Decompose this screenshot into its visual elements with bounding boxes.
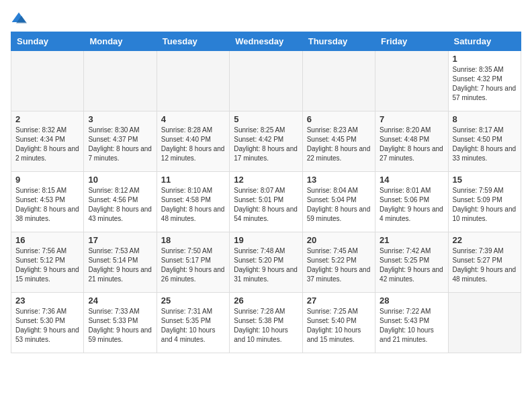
calendar-cell: 11Sunrise: 8:10 AM Sunset: 4:58 PM Dayli… xyxy=(157,172,229,232)
header xyxy=(11,11,521,25)
calendar-cell: 1Sunrise: 8:35 AM Sunset: 4:32 PM Daylig… xyxy=(448,51,521,111)
calendar-cell: 2Sunrise: 8:32 AM Sunset: 4:34 PM Daylig… xyxy=(11,111,84,172)
day-number: 25 xyxy=(161,295,225,306)
weekday-header-row: SundayMondayTuesdayWednesdayThursdayFrid… xyxy=(11,32,521,51)
calendar-week-4: 23Sunrise: 7:36 AM Sunset: 5:30 PM Dayli… xyxy=(11,293,521,353)
day-info: Sunrise: 7:53 AM Sunset: 5:14 PM Dayligh… xyxy=(88,246,152,284)
day-info: Sunrise: 8:25 AM Sunset: 4:42 PM Dayligh… xyxy=(234,126,298,163)
day-info: Sunrise: 7:50 AM Sunset: 5:17 PM Dayligh… xyxy=(161,246,225,284)
day-info: Sunrise: 7:56 AM Sunset: 5:12 PM Dayligh… xyxy=(15,246,79,284)
day-number: 6 xyxy=(307,114,371,124)
day-info: Sunrise: 7:39 AM Sunset: 5:27 PM Dayligh… xyxy=(453,246,517,284)
calendar-cell xyxy=(375,51,448,111)
day-info: Sunrise: 8:12 AM Sunset: 4:56 PM Dayligh… xyxy=(88,186,152,224)
day-info: Sunrise: 7:33 AM Sunset: 5:33 PM Dayligh… xyxy=(88,307,152,345)
calendar-cell: 9Sunrise: 8:15 AM Sunset: 4:53 PM Daylig… xyxy=(11,172,84,232)
calendar-cell: 28Sunrise: 7:22 AM Sunset: 5:43 PM Dayli… xyxy=(375,293,448,353)
day-info: Sunrise: 8:01 AM Sunset: 5:06 PM Dayligh… xyxy=(380,186,443,224)
day-info: Sunrise: 7:28 AM Sunset: 5:38 PM Dayligh… xyxy=(234,307,298,345)
weekday-header-sunday: Sunday xyxy=(11,32,84,51)
calendar-cell: 3Sunrise: 8:30 AM Sunset: 4:37 PM Daylig… xyxy=(84,111,157,172)
day-info: Sunrise: 8:04 AM Sunset: 5:04 PM Dayligh… xyxy=(307,186,371,224)
calendar-cell: 7Sunrise: 8:20 AM Sunset: 4:48 PM Daylig… xyxy=(375,111,448,172)
day-number: 7 xyxy=(380,114,443,124)
day-number: 10 xyxy=(88,175,152,185)
calendar-week-3: 16Sunrise: 7:56 AM Sunset: 5:12 PM Dayli… xyxy=(11,232,521,293)
calendar-cell: 20Sunrise: 7:45 AM Sunset: 5:22 PM Dayli… xyxy=(302,232,375,293)
calendar-week-1: 2Sunrise: 8:32 AM Sunset: 4:34 PM Daylig… xyxy=(11,111,521,172)
weekday-header-thursday: Thursday xyxy=(302,32,375,51)
day-info: Sunrise: 7:36 AM Sunset: 5:30 PM Dayligh… xyxy=(15,307,79,345)
calendar-cell: 22Sunrise: 7:39 AM Sunset: 5:27 PM Dayli… xyxy=(448,232,521,293)
day-info: Sunrise: 7:42 AM Sunset: 5:25 PM Dayligh… xyxy=(380,246,443,284)
logo xyxy=(11,11,30,25)
day-number: 15 xyxy=(453,175,517,185)
calendar-cell xyxy=(157,51,229,111)
day-number: 11 xyxy=(161,175,225,185)
calendar-cell: 25Sunrise: 7:31 AM Sunset: 5:35 PM Dayli… xyxy=(157,293,229,353)
weekday-header-monday: Monday xyxy=(84,32,157,51)
calendar-cell: 18Sunrise: 7:50 AM Sunset: 5:17 PM Dayli… xyxy=(157,232,229,293)
calendar-cell: 8Sunrise: 8:17 AM Sunset: 4:50 PM Daylig… xyxy=(448,111,521,172)
day-info: Sunrise: 8:32 AM Sunset: 4:34 PM Dayligh… xyxy=(15,126,79,163)
calendar-cell: 12Sunrise: 8:07 AM Sunset: 5:01 PM Dayli… xyxy=(230,172,302,232)
day-info: Sunrise: 8:35 AM Sunset: 4:32 PM Dayligh… xyxy=(453,65,517,103)
day-info: Sunrise: 7:22 AM Sunset: 5:43 PM Dayligh… xyxy=(380,307,443,345)
calendar-cell: 27Sunrise: 7:25 AM Sunset: 5:40 PM Dayli… xyxy=(302,293,375,353)
day-number: 9 xyxy=(15,175,79,185)
day-info: Sunrise: 7:48 AM Sunset: 5:20 PM Dayligh… xyxy=(234,246,298,284)
day-number: 27 xyxy=(307,295,371,306)
calendar-cell: 24Sunrise: 7:33 AM Sunset: 5:33 PM Dayli… xyxy=(84,293,157,353)
day-info: Sunrise: 7:25 AM Sunset: 5:40 PM Dayligh… xyxy=(307,307,371,345)
day-number: 20 xyxy=(307,235,371,245)
weekday-header-friday: Friday xyxy=(375,32,448,51)
day-info: Sunrise: 8:07 AM Sunset: 5:01 PM Dayligh… xyxy=(234,186,298,224)
day-info: Sunrise: 7:59 AM Sunset: 5:09 PM Dayligh… xyxy=(453,186,517,224)
day-number: 19 xyxy=(234,235,298,245)
calendar-cell: 4Sunrise: 8:28 AM Sunset: 4:40 PM Daylig… xyxy=(157,111,229,172)
day-number: 18 xyxy=(161,235,225,245)
day-number: 28 xyxy=(380,295,443,306)
day-info: Sunrise: 8:15 AM Sunset: 4:53 PM Dayligh… xyxy=(15,186,79,224)
day-info: Sunrise: 7:45 AM Sunset: 5:22 PM Dayligh… xyxy=(307,246,371,284)
day-number: 12 xyxy=(234,175,298,185)
day-number: 22 xyxy=(453,235,517,245)
logo-icon xyxy=(11,11,27,25)
calendar-week-0: 1Sunrise: 8:35 AM Sunset: 4:32 PM Daylig… xyxy=(11,51,521,111)
calendar-cell: 5Sunrise: 8:25 AM Sunset: 4:42 PM Daylig… xyxy=(230,111,302,172)
weekday-header-saturday: Saturday xyxy=(448,32,521,51)
calendar-cell: 14Sunrise: 8:01 AM Sunset: 5:06 PM Dayli… xyxy=(375,172,448,232)
day-info: Sunrise: 8:28 AM Sunset: 4:40 PM Dayligh… xyxy=(161,126,225,163)
day-number: 21 xyxy=(380,235,443,245)
day-info: Sunrise: 8:10 AM Sunset: 4:58 PM Dayligh… xyxy=(161,186,225,224)
calendar-cell: 17Sunrise: 7:53 AM Sunset: 5:14 PM Dayli… xyxy=(84,232,157,293)
day-info: Sunrise: 7:31 AM Sunset: 5:35 PM Dayligh… xyxy=(161,307,225,345)
calendar-cell xyxy=(84,51,157,111)
calendar-cell: 15Sunrise: 7:59 AM Sunset: 5:09 PM Dayli… xyxy=(448,172,521,232)
day-number: 1 xyxy=(453,54,517,64)
day-number: 17 xyxy=(88,235,152,245)
day-number: 14 xyxy=(380,175,443,185)
day-info: Sunrise: 8:17 AM Sunset: 4:50 PM Dayligh… xyxy=(453,126,517,163)
day-info: Sunrise: 8:23 AM Sunset: 4:45 PM Dayligh… xyxy=(307,126,371,163)
day-number: 23 xyxy=(15,295,79,306)
calendar-cell: 13Sunrise: 8:04 AM Sunset: 5:04 PM Dayli… xyxy=(302,172,375,232)
day-number: 8 xyxy=(453,114,517,124)
calendar-cell: 21Sunrise: 7:42 AM Sunset: 5:25 PM Dayli… xyxy=(375,232,448,293)
calendar-cell xyxy=(11,51,84,111)
calendar-week-2: 9Sunrise: 8:15 AM Sunset: 4:53 PM Daylig… xyxy=(11,172,521,232)
calendar-cell: 19Sunrise: 7:48 AM Sunset: 5:20 PM Dayli… xyxy=(230,232,302,293)
calendar-cell xyxy=(230,51,302,111)
calendar-cell: 10Sunrise: 8:12 AM Sunset: 4:56 PM Dayli… xyxy=(84,172,157,232)
day-info: Sunrise: 8:20 AM Sunset: 4:48 PM Dayligh… xyxy=(380,126,443,163)
calendar-cell xyxy=(302,51,375,111)
calendar-cell: 6Sunrise: 8:23 AM Sunset: 4:45 PM Daylig… xyxy=(302,111,375,172)
weekday-header-tuesday: Tuesday xyxy=(157,32,229,51)
day-number: 16 xyxy=(15,235,79,245)
calendar-cell: 23Sunrise: 7:36 AM Sunset: 5:30 PM Dayli… xyxy=(11,293,84,353)
calendar-cell: 26Sunrise: 7:28 AM Sunset: 5:38 PM Dayli… xyxy=(230,293,302,353)
calendar-cell: 16Sunrise: 7:56 AM Sunset: 5:12 PM Dayli… xyxy=(11,232,84,293)
day-number: 3 xyxy=(88,114,152,124)
day-number: 2 xyxy=(15,114,79,124)
day-number: 5 xyxy=(234,114,298,124)
